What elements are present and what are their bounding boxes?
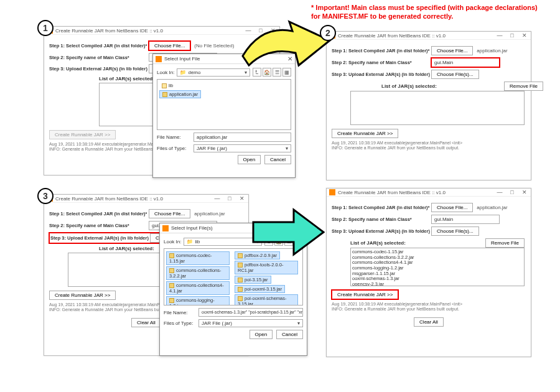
open-button[interactable]: Open [250,330,273,339]
filename-input[interactable]: application.jar [194,133,291,142]
step-badge-1: 1 [37,20,54,36]
step-badge-3: 3 [37,188,54,204]
no-file-hint: (No File Selected) [194,43,234,49]
jar-list-populated[interactable]: commons-codec-1.15.jarcommons-collection… [350,248,525,286]
dialog-icon [156,56,162,62]
create-runnable-button[interactable]: Create Runnable JAR >> [332,129,398,138]
filename-input[interactable]: ooxml-schemas-1.3.jar" "poi-scratchpad-3… [198,308,303,317]
important-note: * Important! Main class must be specifie… [311,4,538,21]
open-button[interactable]: Open [238,155,261,164]
filetype-label: Files of Type: [157,146,191,151]
cancel-button[interactable]: Cancel [276,330,303,339]
choose-files-button-step3[interactable]: Choose File(s)... [431,70,479,79]
create-runnable-button[interactable]: Create Runnable JAR >> [332,290,398,299]
cancel-button[interactable]: Cancel [264,155,291,164]
clear-all-button[interactable]: Clear All [131,318,161,327]
dialog-title: Select Input File [164,56,200,62]
main-window-2: Create Runnable JAR from NetBeans IDE ::… [326,31,531,180]
filename-label: File Name: [157,134,191,140]
file-list[interactable]: lib application.jar [157,79,291,130]
create-runnable-button[interactable]: Create Runnable JAR >> [49,130,116,139]
filetype-select[interactable]: JAR File (.jar)▾ [194,144,291,152]
choose-file-button-step1[interactable]: Choose File... [431,46,473,55]
step2-label: Step 2: Specify name of Main Class* [49,55,149,60]
window-title: Create Runnable JAR from NetBeans IDE ::… [55,28,163,34]
step-badge-2: 2 [320,25,336,41]
clear-all-button[interactable]: Clear All [414,317,444,327]
step3-label: Step 3: Upload External JAR(s) (in lib f… [49,66,149,72]
remove-file-button[interactable]: Remove File [485,238,525,248]
remove-file-button[interactable]: Remove File [504,82,543,91]
lookin-label: Look In: [157,70,174,75]
step1-label: Step 1: Select Compiled JAR (in dist fol… [49,43,149,49]
main-class-input[interactable]: gui.Main [431,58,500,67]
main-window-4: Create Runnable JAR from NetBeans IDE ::… [326,188,531,357]
choose-file-button-step1[interactable]: Choose File... [149,41,190,50]
jar-list [350,91,525,125]
